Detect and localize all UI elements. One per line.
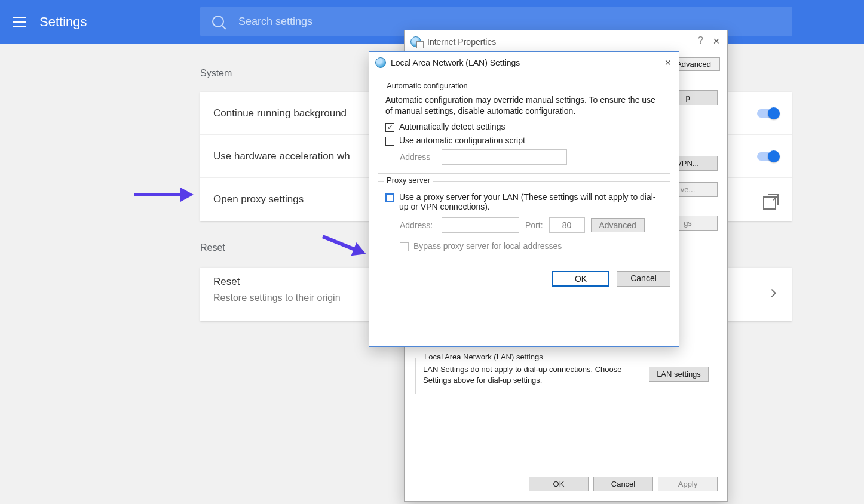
row-label: Use hardware acceleration wh (213, 150, 350, 162)
use-proxy-label: Use a proxy server for your LAN (These s… (399, 192, 663, 211)
advanced-button: Advanced (591, 218, 645, 232)
search-placeholder: Search settings (238, 16, 312, 28)
cancel-button[interactable]: Cancel (617, 271, 670, 287)
globe-settings-icon (410, 36, 422, 47)
search-icon (212, 16, 224, 27)
close-icon[interactable]: ✕ (661, 56, 675, 70)
proxy-address-label: Address: (400, 220, 436, 230)
lan-settings-dialog: Local Area Network (LAN) Settings ✕ Auto… (369, 51, 679, 347)
lan-title: Local Area Network (LAN) Settings (391, 58, 520, 67)
ip-button-bar: OK Cancel Apply (529, 477, 718, 491)
lan-button-bar: OK Cancel (378, 271, 670, 287)
auto-script-label: Use automatic configuration script (399, 136, 525, 145)
section-heading-reset: Reset (200, 242, 225, 253)
lan-settings-button[interactable]: LAN settings (649, 367, 709, 382)
auto-config-desc: Automatic configuration may override man… (385, 94, 663, 117)
ip-title: Internet Properties (427, 37, 496, 47)
annotation-arrow-2 (322, 235, 356, 251)
auto-config-title: Automatic configuration (384, 81, 470, 90)
row-label: Open proxy settings (213, 193, 304, 205)
auto-detect-label: Automatically detect settings (399, 122, 505, 131)
page-title: Settings (39, 14, 87, 30)
bypass-label: Bypass proxy server for local addresses (413, 241, 562, 251)
auto-detect-checkbox[interactable] (385, 123, 394, 132)
row-label: Continue running background (213, 107, 347, 119)
auto-script-checkbox[interactable] (385, 137, 394, 146)
reset-subtitle: Restore settings to their origin (213, 293, 341, 303)
proxy-group-title: Proxy server (384, 176, 433, 185)
lan-fieldset: Local Area Network (LAN) settings LAN Se… (415, 358, 716, 394)
external-link-icon (768, 194, 779, 205)
reset-title: Reset (213, 276, 240, 288)
proxy-port-input[interactable]: 80 (549, 217, 585, 233)
section-heading-system: System (200, 68, 232, 79)
globe-icon (375, 57, 386, 68)
help-icon[interactable]: ? (698, 35, 703, 46)
auto-config-group: Automatic configuration Automatic config… (378, 87, 670, 174)
script-address-label: Address (400, 152, 436, 162)
bypass-checkbox (400, 242, 409, 251)
toggle-on-icon[interactable] (757, 152, 779, 161)
lan-titlebar[interactable]: Local Area Network (LAN) Settings ✕ (369, 52, 679, 73)
ok-button[interactable]: OK (529, 477, 589, 491)
use-proxy-checkbox[interactable] (385, 193, 394, 202)
proxy-address-input[interactable] (442, 217, 519, 233)
script-address-input[interactable] (442, 149, 567, 165)
menu-icon[interactable] (13, 17, 26, 27)
lan-fieldset-title: Local Area Network (LAN) settings (422, 352, 546, 361)
ok-button[interactable]: OK (552, 271, 609, 287)
cancel-button[interactable]: Cancel (593, 477, 653, 491)
annotation-arrow-1 (134, 193, 182, 196)
apply-button: Apply (658, 477, 718, 491)
proxy-port-label: Port: (525, 220, 543, 230)
chevron-right-icon (768, 289, 776, 297)
proxy-group: Proxy server Use a proxy server for your… (378, 181, 670, 260)
ip-titlebar[interactable]: Internet Properties ? ✕ (405, 30, 727, 53)
close-icon[interactable]: ✕ (709, 34, 724, 48)
toggle-on-icon[interactable] (757, 109, 779, 118)
